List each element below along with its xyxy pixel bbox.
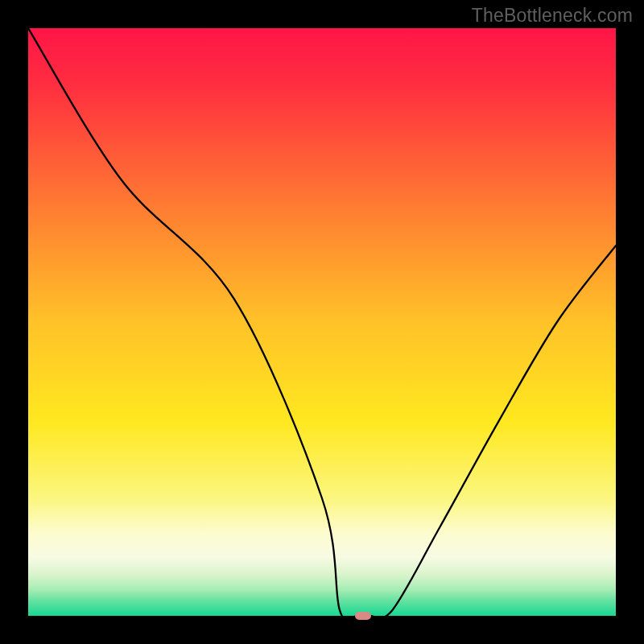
gradient-rect xyxy=(28,28,616,616)
chart-frame: TheBottleneck.com xyxy=(0,0,644,644)
gradient-background xyxy=(28,28,616,616)
watermark-text: TheBottleneck.com xyxy=(472,5,633,27)
plot-area xyxy=(28,28,616,616)
optimal-marker xyxy=(355,612,371,620)
